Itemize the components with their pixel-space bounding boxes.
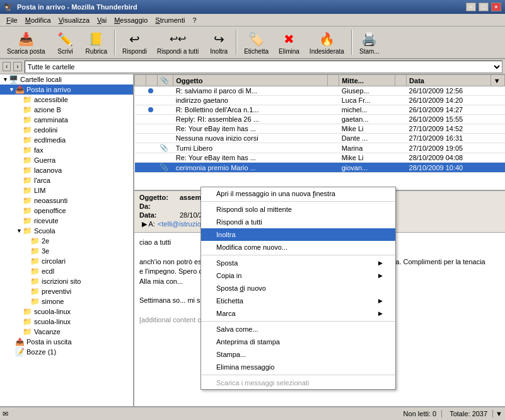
- cell-sender: giovan...: [339, 163, 395, 173]
- col-subject[interactable]: Oggetto: [173, 75, 328, 86]
- cell-f2: [328, 124, 339, 134]
- table-row[interactable]: Re: Your eBay item has ... Mike Li 28/10…: [135, 153, 505, 163]
- folder-icon: 📁: [23, 105, 32, 114]
- col-sort[interactable]: ▼: [490, 75, 504, 86]
- maximize-button[interactable]: □: [479, 3, 489, 11]
- context-menu: Apri il messaggio in una nuova finestra …: [200, 187, 396, 390]
- folder-select[interactable]: Tutte le cartelle: [25, 61, 502, 73]
- etichetta-button[interactable]: 🏷️ Etichetta: [240, 28, 273, 57]
- folder-item-2e[interactable]: 📁 2e: [0, 236, 133, 246]
- table-row[interactable]: indirizzo gaetano Luca Fr... 26/10/2009 …: [135, 96, 505, 105]
- ctx-etichetta[interactable]: Etichetta ▶: [201, 295, 395, 307]
- ctx-inoltra[interactable]: Inoltra: [201, 228, 395, 241]
- folder-item-posta-uscita[interactable]: 📤 Posta in uscita: [0, 337, 133, 347]
- rispondi-button[interactable]: ↩ Rispondi: [118, 28, 151, 57]
- ctx-marca[interactable]: Marca ▶: [201, 307, 395, 320]
- folder-item-larca[interactable]: 📁 l'arca: [0, 175, 133, 185]
- ctx-rispondi-mittente[interactable]: Rispondi solo al mittente: [201, 203, 395, 216]
- totale-status: Totale: 2037: [444, 410, 493, 417]
- ctx-stampa[interactable]: Stampa...: [201, 348, 395, 361]
- folder-item-fax[interactable]: 📁 fax: [0, 145, 133, 155]
- folder-item-simone[interactable]: 📁 simone: [0, 296, 133, 306]
- table-row[interactable]: Re: Your eBay item has ... Mike Li 27/10…: [135, 124, 505, 134]
- folder-label: Vacanze: [34, 328, 61, 335]
- folder-item-bozze[interactable]: 📝 Bozze (1): [0, 347, 133, 357]
- ctx-sposta[interactable]: Sposta ▶: [201, 257, 395, 269]
- ctx-sposta-nuovo[interactable]: Sposta di nuovo: [201, 282, 395, 295]
- folder-item-vacanze[interactable]: 📁 Vacanze: [0, 327, 133, 337]
- scrivi-button[interactable]: ✏️ Scrivi: [51, 28, 80, 57]
- menu-vai[interactable]: Vai: [93, 15, 110, 25]
- table-row[interactable]: R: salviamo il parco di M... Giusep... 2…: [135, 86, 505, 96]
- ctx-apri-nuova[interactable]: Apri il messaggio in una nuova finestra: [201, 187, 395, 200]
- cell-flag: [135, 134, 146, 143]
- close-button[interactable]: ×: [491, 3, 501, 11]
- ctx-salva-come[interactable]: Salva come...: [201, 323, 395, 335]
- ctx-modifica-nuovo[interactable]: Modifica come nuovo...: [201, 241, 395, 254]
- col-f3[interactable]: [395, 75, 407, 86]
- folder-item-neoassunti[interactable]: 📁 neoassunti: [0, 195, 133, 206]
- ctx-label: Anteprima di stampa: [216, 338, 280, 346]
- cell-extra: [490, 96, 504, 105]
- folder-item-lim[interactable]: 📁 LIM: [0, 185, 133, 195]
- col-flag[interactable]: [135, 75, 146, 86]
- ctx-elimina-msg[interactable]: Elimina messaggio: [201, 361, 395, 373]
- ctx-rispondi-tutti[interactable]: Rispondi a tutti: [201, 216, 395, 228]
- message-list[interactable]: 📎 Oggetto Mitte... Data ▼ R: salvi: [134, 74, 505, 191]
- rispondi-tutti-button[interactable]: ↩↩ Rispondi a tutti: [153, 28, 203, 57]
- minimize-button[interactable]: −: [466, 3, 476, 11]
- menu-file[interactable]: File: [3, 15, 21, 25]
- menu-strumenti[interactable]: Strumenti: [151, 15, 189, 25]
- col-read[interactable]: [146, 75, 157, 86]
- table-row[interactable]: 📎 Turni Libero Marina 27/10/2009 19:05: [135, 143, 505, 153]
- nav-prev-button[interactable]: ‹: [3, 62, 11, 71]
- stampa-button[interactable]: 🖨️ Stam...: [355, 28, 384, 57]
- table-row[interactable]: Reply: RI: assemblea 26 ... gaetan... 26…: [135, 115, 505, 124]
- cell-f3: [395, 115, 407, 124]
- cell-att: [157, 115, 173, 124]
- col-attachment[interactable]: 📎: [157, 75, 173, 86]
- folder-item-ecdl[interactable]: 📁 ecdl: [0, 266, 133, 276]
- ctx-label: Rispondi solo al mittente: [216, 206, 292, 213]
- menu-modifica[interactable]: Modifica: [21, 15, 55, 25]
- non-letti-status: Non letti: 0: [398, 410, 443, 417]
- table-row[interactable]: R: Bollettino dell'Arca n.1... michel...…: [135, 105, 505, 115]
- col-f2[interactable]: [328, 75, 339, 86]
- expand-icon[interactable]: ▶ A:: [142, 220, 155, 228]
- table-row[interactable]: Nessuna nuova inizio corsi Dante ... 27/…: [135, 134, 505, 143]
- inoltra-label: Inoltra: [210, 48, 228, 55]
- scarica-posta-button[interactable]: 📥 Scarica posta: [3, 28, 50, 57]
- folder-item-circolari[interactable]: 📁 circolari: [0, 256, 133, 266]
- folder-item-scuola-linux[interactable]: 📁 scuola-linux: [0, 306, 133, 317]
- folder-item-openoffice[interactable]: 📁 openoffice: [0, 206, 133, 216]
- ctx-copia-in[interactable]: Copia in ▶: [201, 269, 395, 282]
- elimina-button[interactable]: ✖ Elimina: [274, 28, 304, 57]
- folder-item-preventivi[interactable]: 📁 preventivi: [0, 286, 133, 296]
- indesiderata-button[interactable]: 🔥 Indesiderata: [305, 28, 349, 57]
- folder-item-ecdlmedia[interactable]: 📁 ecdlmedia: [0, 135, 133, 145]
- folder-item-3e[interactable]: 📁 3e: [0, 246, 133, 256]
- folder-item-guerra[interactable]: 📁 Guerra: [0, 155, 133, 165]
- menu-visualizza[interactable]: Visualizza: [55, 15, 93, 25]
- folder-item-ricevute[interactable]: 📁 ricevute: [0, 216, 133, 226]
- folder-item-sophia[interactable]: 📁 scuola-linux: [0, 317, 133, 327]
- menu-messaggio[interactable]: Messaggio: [110, 15, 151, 25]
- rubrica-button[interactable]: 📒 Rubrica: [81, 28, 112, 57]
- folder-item-posta-arrivo[interactable]: ▼ 📥 Posta in arrivo: [0, 85, 133, 95]
- folder-item-camminata[interactable]: 📁 camminata: [0, 115, 133, 125]
- nav-next-button[interactable]: ›: [13, 62, 21, 71]
- menu-help[interactable]: ?: [189, 15, 200, 25]
- inoltra-button[interactable]: ↪ Inoltra: [204, 28, 233, 57]
- folder-label: Scuola: [34, 227, 55, 235]
- folder-item-scuola[interactable]: ▼ 📁 Scuola: [0, 226, 133, 236]
- table-row[interactable]: 📎 cerimonia premio Mario ... giovan... 2…: [135, 163, 505, 173]
- folder-item-cedolini[interactable]: 📁 cedolini: [0, 125, 133, 135]
- ctx-anteprima[interactable]: Anteprima di stampa: [201, 335, 395, 348]
- col-date[interactable]: Data: [407, 75, 491, 86]
- folder-item-lacanova[interactable]: 📁 lacanova: [0, 165, 133, 175]
- folder-item-azione-b[interactable]: 📁 azione B: [0, 105, 133, 115]
- folder-item-iscrizioni[interactable]: 📁 iscrizioni sito: [0, 276, 133, 286]
- folder-item-accessibile[interactable]: 📁 accessibile: [0, 95, 133, 105]
- col-sender[interactable]: Mitte...: [339, 75, 395, 86]
- folder-item-cartelle-locali[interactable]: ▼ 🖥️ Cartelle locali: [0, 74, 133, 85]
